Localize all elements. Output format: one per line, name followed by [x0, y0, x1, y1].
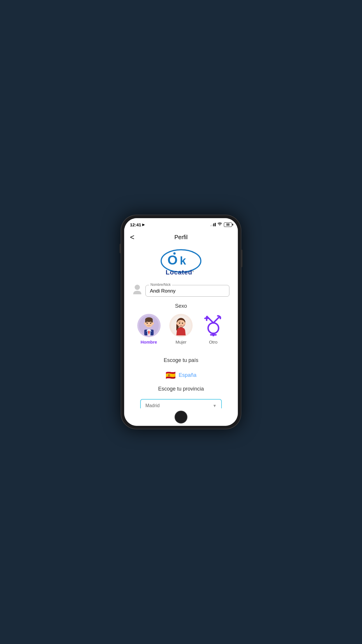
otro-avatar	[202, 314, 225, 337]
svg-point-15	[150, 323, 151, 324]
svg-point-33	[183, 324, 185, 326]
main-content: < Perfil O k Located ®	[124, 231, 238, 408]
svg-point-12	[144, 322, 146, 325]
signal-icon	[210, 223, 216, 226]
svg-point-13	[152, 322, 154, 325]
country-name[interactable]: España	[179, 372, 196, 378]
province-title: Escoge tu provincia	[158, 386, 204, 392]
svg-text:O: O	[168, 253, 178, 267]
page-title: Perfil	[174, 234, 188, 241]
province-section: Escoge tu provincia Madrid ▼	[124, 386, 238, 408]
home-button[interactable]	[175, 411, 187, 424]
hombre-avatar	[137, 314, 161, 337]
svg-point-14	[147, 323, 148, 324]
mujer-label: Mujer	[175, 340, 187, 344]
otro-label: Otro	[209, 340, 217, 344]
status-bar: 12:41 ▶	[124, 218, 238, 231]
gender-section: Sexo	[124, 303, 238, 351]
svg-text:Located: Located	[166, 269, 192, 276]
svg-point-34	[208, 323, 219, 333]
gender-mujer[interactable]: Mujer	[169, 314, 193, 344]
gender-otro[interactable]: Otro	[202, 314, 225, 344]
hombre-label: Hombre	[140, 340, 157, 344]
status-icons: 88	[210, 223, 232, 227]
logo-area: O k Located ®	[158, 248, 204, 277]
name-input[interactable]	[150, 288, 225, 294]
app-logo: O k Located ®	[158, 248, 204, 277]
svg-point-28	[182, 323, 183, 324]
country-section: Escoge tu país 🇪🇸 España	[124, 357, 238, 380]
svg-text:®: ®	[192, 270, 194, 273]
gender-title: Sexo	[175, 303, 187, 309]
name-input-section: Nombre/Nick	[133, 284, 229, 297]
gender-options: Hombre	[133, 314, 229, 344]
nav-bar: < Perfil	[124, 231, 238, 245]
svg-point-4	[173, 252, 176, 255]
battery-label: 88	[226, 223, 229, 226]
user-avatar-icon	[133, 284, 142, 297]
dropdown-arrow-icon: ▼	[212, 403, 217, 408]
mujer-avatar	[169, 314, 193, 337]
svg-text:k: k	[180, 254, 186, 267]
status-time: 12:41 ▶	[130, 222, 145, 227]
svg-point-6	[135, 285, 140, 290]
province-dropdown[interactable]: Madrid ▼	[140, 399, 222, 408]
svg-line-38	[207, 316, 213, 323]
location-arrow-icon: ▶	[142, 223, 145, 227]
svg-rect-10	[145, 320, 147, 323]
wifi-icon	[217, 223, 222, 227]
svg-rect-11	[151, 320, 153, 323]
gender-hombre[interactable]: Hombre	[137, 314, 161, 344]
country-title: Escoge tu país	[164, 357, 198, 363]
name-input-wrapper[interactable]: Nombre/Nick	[145, 285, 229, 297]
home-button-area	[124, 408, 238, 426]
phone-screen: 12:41 ▶	[124, 218, 238, 426]
battery-icon: 88	[224, 223, 232, 227]
svg-point-27	[179, 323, 180, 324]
back-button[interactable]: <	[130, 233, 134, 242]
province-value: Madrid	[145, 403, 160, 408]
phone-frame: 12:41 ▶	[121, 215, 241, 429]
country-flag: 🇪🇸	[166, 370, 176, 380]
country-row[interactable]: 🇪🇸 España	[166, 370, 196, 380]
svg-line-37	[213, 316, 220, 323]
svg-point-32	[177, 324, 179, 326]
time-label: 12:41	[130, 222, 141, 227]
name-field-label: Nombre/Nick	[149, 283, 172, 287]
